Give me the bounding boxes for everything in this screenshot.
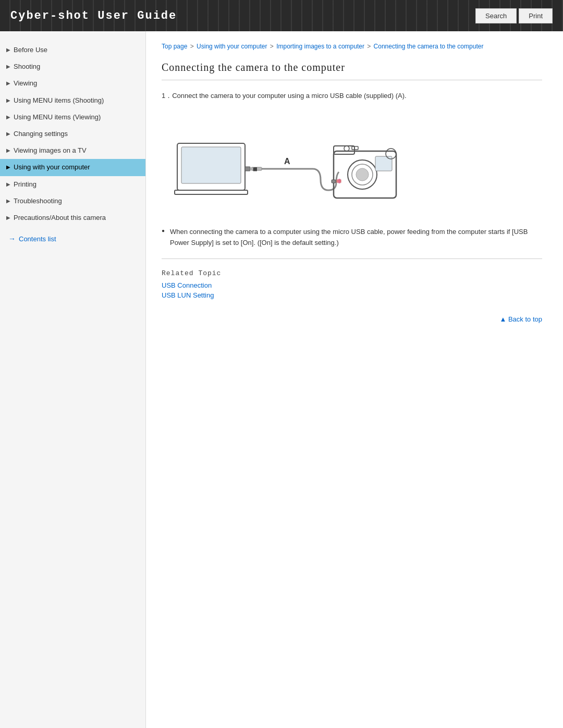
breadcrumb: Top page > Using with your computer > Im… — [162, 42, 542, 51]
sidebar-item-troubleshooting[interactable]: ▶ Troubleshooting — [0, 193, 145, 209]
related-topic-link[interactable]: USB Connection — [162, 281, 542, 289]
related-links: USB ConnectionUSB LUN Setting — [162, 281, 542, 299]
svg-text:A: A — [284, 157, 290, 166]
svg-rect-3 — [245, 167, 250, 171]
sidebar-item-label: Using MENU items (Viewing) — [14, 113, 137, 122]
sidebar-item-viewing-images-tv[interactable]: ▶ Viewing images on a TV — [0, 142, 145, 159]
breadcrumb-link[interactable]: Importing images to a computer — [276, 43, 364, 50]
sidebar: ▶ Before Use ▶ Shooting ▶ Viewing ▶ Usin… — [0, 31, 146, 728]
sidebar-item-label: Using with your computer — [14, 163, 137, 172]
back-to-top: ▲ Back to top — [162, 315, 542, 323]
header-buttons: Search Print — [475, 8, 553, 23]
related-topic-label: Related Topic — [162, 269, 542, 277]
sidebar-item-label: Printing — [14, 180, 137, 189]
sidebar-item-before-use[interactable]: ▶ Before Use — [0, 42, 145, 58]
usb-connection-diagram: ⬛ A — [172, 112, 401, 216]
sidebar-arrow-icon: ▶ — [6, 114, 10, 121]
sidebar-item-label: Using MENU items (Shooting) — [14, 96, 137, 105]
sidebar-arrow-icon: ▶ — [6, 63, 10, 70]
sidebar-item-precautions[interactable]: ▶ Precautions/About this camera — [0, 209, 145, 226]
svg-rect-2 — [175, 190, 248, 194]
svg-rect-14 — [332, 180, 336, 183]
sidebar-arrow-icon: ▶ — [6, 80, 10, 87]
main-content: Top page > Using with your computer > Im… — [146, 31, 563, 728]
sidebar-item-using-with-computer[interactable]: ▶ Using with your computer — [0, 159, 145, 176]
related-topic-section: Related Topic USB ConnectionUSB LUN Sett… — [162, 269, 542, 299]
sidebar-item-shooting[interactable]: ▶ Shooting — [0, 58, 145, 75]
svg-rect-16 — [338, 179, 340, 183]
svg-point-12 — [356, 168, 369, 181]
illustration: ⬛ A — [172, 112, 542, 216]
print-button[interactable]: Print — [519, 8, 553, 23]
sidebar-item-using-menu-shooting[interactable]: ▶ Using MENU items (Shooting) — [0, 92, 145, 109]
sidebar-item-viewing[interactable]: ▶ Viewing — [0, 75, 145, 92]
breadcrumb-separator: > — [268, 43, 275, 50]
svg-rect-1 — [181, 147, 241, 183]
related-topic-link[interactable]: USB LUN Setting — [162, 291, 542, 299]
sidebar-item-changing-settings[interactable]: ▶ Changing settings — [0, 126, 145, 142]
sidebar-arrow-icon: ▶ — [6, 46, 10, 54]
sidebar-arrow-icon: ▶ — [6, 214, 10, 221]
breadcrumb-link[interactable]: Using with your computer — [197, 43, 267, 50]
note-text: When connecting the camera to a computer… — [162, 227, 542, 249]
breadcrumb-separator: > — [365, 43, 373, 50]
sidebar-item-label: Before Use — [14, 45, 137, 55]
arrow-right-icon: → — [8, 235, 16, 243]
sidebar-item-label: Shooting — [14, 62, 137, 71]
search-button[interactable]: Search — [475, 8, 517, 23]
sidebar-arrow-icon: ▶ — [6, 198, 10, 205]
sidebar-arrow-icon: ▶ — [6, 97, 10, 104]
sidebar-item-label: Precautions/About this camera — [14, 213, 137, 223]
breadcrumb-link[interactable]: Connecting the camera to the computer — [374, 43, 484, 50]
sidebar-item-label: Changing settings — [14, 129, 137, 139]
header: Cyber-shot User Guide Search Print — [0, 0, 563, 31]
main-layout: ▶ Before Use ▶ Shooting ▶ Viewing ▶ Usin… — [0, 31, 563, 728]
app-title: Cyber-shot User Guide — [10, 9, 177, 22]
svg-text:⬛: ⬛ — [253, 167, 258, 171]
sidebar-item-using-menu-viewing[interactable]: ▶ Using MENU items (Viewing) — [0, 109, 145, 126]
sidebar-arrow-icon: ▶ — [6, 164, 10, 171]
section-divider — [162, 258, 542, 259]
page-title: Connecting the camera to the computer — [162, 61, 542, 80]
sidebar-arrow-icon: ▶ — [6, 130, 10, 138]
breadcrumb-separator: > — [188, 43, 195, 50]
step1-text: 1．Connect the camera to your computer us… — [162, 91, 542, 102]
sidebar-item-label: Viewing images on a TV — [14, 146, 137, 155]
sidebar-item-label: Troubleshooting — [14, 196, 137, 206]
contents-list-label: Contents list — [19, 235, 56, 243]
sidebar-item-printing[interactable]: ▶ Printing — [0, 176, 145, 193]
sidebar-arrow-icon: ▶ — [6, 147, 10, 154]
sidebar-item-label: Viewing — [14, 79, 137, 88]
svg-point-17 — [344, 146, 349, 151]
contents-list-link[interactable]: → Contents list — [0, 229, 145, 248]
back-to-top-link[interactable]: ▲ Back to top — [499, 315, 542, 323]
sidebar-arrow-icon: ▶ — [6, 181, 10, 188]
breadcrumb-link[interactable]: Top page — [162, 43, 187, 50]
